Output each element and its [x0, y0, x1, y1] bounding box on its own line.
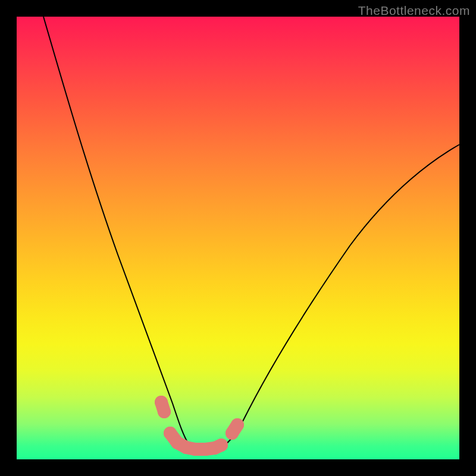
watermark-text: TheBottleneck.com	[358, 4, 470, 18]
marker-dot	[231, 418, 244, 431]
plot-area	[17, 17, 459, 459]
marker-dot	[215, 439, 228, 452]
chart-frame: TheBottleneck.com	[0, 0, 476, 476]
curve-right-branch	[189, 145, 459, 450]
marker-dot	[158, 405, 171, 418]
curve-layer	[17, 17, 459, 459]
curve-left-branch	[43, 17, 189, 445]
